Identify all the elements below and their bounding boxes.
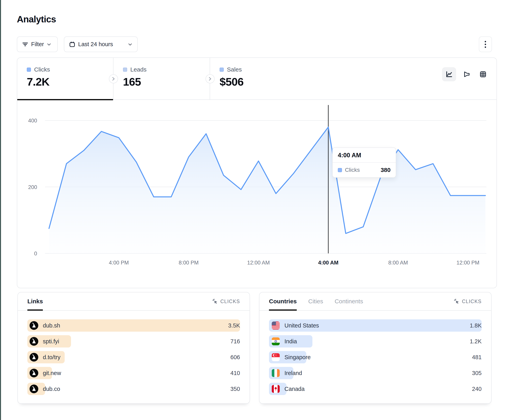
stat-label: Clicks — [34, 66, 50, 73]
line-chart-view-button[interactable] — [442, 67, 456, 81]
tooltip-series-label: Clicks — [345, 167, 360, 173]
ca-flag-icon — [272, 385, 280, 393]
chart-tooltip: 4:00 AM Clicks 380 — [332, 147, 396, 178]
filter-lines-icon — [22, 41, 28, 48]
tab-continents[interactable]: Continents — [335, 292, 363, 310]
stat-label: Sales — [227, 66, 242, 73]
tab-label: Links — [27, 298, 43, 305]
tab-sales[interactable]: Sales $506 — [210, 58, 329, 100]
list-item-value: 240 — [472, 386, 482, 392]
tooltip-value: 380 — [381, 167, 391, 173]
tab-cities[interactable]: Cities — [308, 292, 323, 310]
list-item[interactable]: git.new 410 — [27, 367, 240, 379]
date-range-label: Last 24 hours — [78, 41, 113, 48]
analytics-chart-card: Clicks 7.2K Leads 165 Sales $506 — [17, 58, 497, 288]
stat-value: 165 — [123, 75, 210, 88]
chevron-right-icon[interactable] — [206, 74, 215, 83]
dub-logo-icon — [30, 353, 38, 362]
cursor-click-icon — [454, 298, 460, 304]
x-tick-label: 12:00 PM — [456, 260, 479, 266]
dub-logo-icon — [30, 369, 38, 377]
list-item-label: United States — [284, 322, 319, 329]
clicks-legend-chip — [338, 168, 342, 172]
metric-selector-clicks[interactable]: CLICKS — [212, 298, 240, 304]
us-flag-icon — [272, 322, 280, 329]
more-options-button[interactable] — [479, 36, 492, 52]
list-item-label: git.new — [43, 370, 61, 377]
area-fill — [49, 127, 486, 253]
countries-panel: Countries Cities Continents CLICKS Unite… — [259, 292, 492, 404]
table-grid-view-button[interactable] — [478, 69, 489, 80]
sg-flag-icon — [272, 353, 280, 361]
ie-flag-icon — [272, 369, 280, 377]
chart-type-switcher — [442, 67, 489, 81]
list-item-label: d.to/try — [43, 354, 60, 361]
tab-clicks[interactable]: Clicks 7.2K — [17, 58, 113, 100]
x-tick-label: 4:00 PM — [109, 260, 129, 266]
y-tick-label: 200 — [28, 184, 37, 190]
stat-value: 7.2K — [27, 75, 113, 88]
x-tick-label: 4:00 AM — [318, 260, 339, 266]
filter-button-label: Filter — [31, 41, 44, 48]
list-item-label: dub.co — [43, 386, 60, 392]
page-title: Analytics — [17, 14, 56, 25]
list-item[interactable]: Singapore 481 — [269, 351, 482, 363]
list-item-value: 350 — [231, 386, 240, 392]
list-item-value: 410 — [231, 370, 240, 377]
date-range-button[interactable]: Last 24 hours — [64, 36, 138, 52]
chevron-right-icon[interactable] — [109, 74, 118, 83]
chevron-down-icon — [128, 42, 133, 47]
stat-value: $506 — [220, 75, 329, 88]
list-item-value: 3.5K — [228, 322, 240, 329]
kebab-vertical-icon — [484, 40, 487, 49]
list-item-label: dub.sh — [43, 322, 60, 329]
list-item-value: 305 — [472, 370, 482, 377]
calendar-icon — [69, 41, 75, 48]
x-tick-label: 8:00 PM — [179, 260, 199, 266]
page-left-edge-strip — [0, 0, 1, 420]
tab-leads[interactable]: Leads 165 — [113, 58, 210, 100]
list-item[interactable]: Ireland 305 — [269, 367, 482, 379]
funnel-chart-view-button[interactable] — [461, 69, 472, 80]
list-item-label: India — [284, 338, 297, 345]
list-item-value: 716 — [231, 338, 240, 345]
stats-tabs-row: Clicks 7.2K Leads 165 Sales $506 — [17, 58, 496, 100]
x-tick-label: 12:00 AM — [247, 260, 270, 266]
clicks-legend-chip — [27, 68, 31, 72]
cursor-click-icon — [212, 298, 218, 304]
x-tick-label: 8:00 AM — [388, 260, 408, 266]
metric-selector-clicks[interactable]: CLICKS — [454, 298, 482, 304]
list-item-label: Ireland — [284, 370, 302, 377]
list-item[interactable]: India 1.2K — [269, 335, 482, 348]
y-tick-label: 400 — [28, 118, 37, 124]
dub-logo-icon — [30, 321, 38, 330]
leads-legend-chip — [123, 68, 127, 72]
links-panel: Links CLICKS dub.sh 3.5K spti.fyi 716 d.… — [17, 292, 250, 404]
filter-button[interactable]: Filter — [17, 36, 58, 52]
metric-label: CLICKS — [220, 298, 240, 304]
list-item-label: Singapore — [284, 354, 311, 361]
dub-logo-icon — [30, 337, 38, 346]
in-flag-icon — [272, 337, 280, 345]
tab-countries[interactable]: Countries — [269, 292, 297, 310]
list-item-value: 481 — [472, 354, 482, 361]
sales-legend-chip — [220, 68, 224, 72]
list-item-label: spti.fyi — [43, 338, 59, 345]
list-item[interactable]: d.to/try 606 — [27, 351, 240, 363]
list-item[interactable]: dub.co 350 — [27, 383, 240, 395]
clicks-series-line — [49, 127, 486, 234]
dub-logo-icon — [30, 384, 38, 393]
tooltip-time: 4:00 AM — [333, 148, 396, 163]
tab-label: Continents — [335, 298, 363, 305]
tab-links[interactable]: Links — [27, 292, 43, 310]
list-item-value: 1.2K — [470, 338, 482, 345]
stat-label: Leads — [130, 66, 147, 73]
list-item-value: 606 — [231, 354, 240, 361]
list-item[interactable]: dub.sh 3.5K — [27, 319, 240, 332]
list-item[interactable]: Canada 240 — [269, 383, 482, 395]
list-item[interactable]: spti.fyi 716 — [27, 335, 240, 348]
chevron-down-icon — [47, 42, 51, 47]
list-item[interactable]: United States 1.8K — [269, 319, 482, 332]
metric-label: CLICKS — [462, 298, 482, 304]
list-item-value: 1.8K — [470, 322, 482, 329]
